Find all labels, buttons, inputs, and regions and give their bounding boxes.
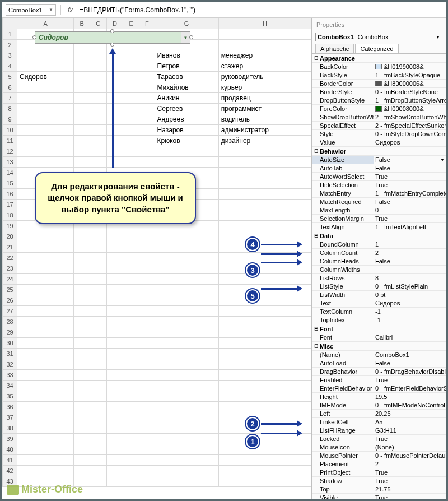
cell[interactable] [139,285,155,295]
col-header[interactable]: H [218,18,311,29]
property-value[interactable]: False [374,164,446,172]
property-row[interactable]: EnterFieldBehavior0 - fmEnterFieldBehavi… [312,384,446,393]
cell[interactable] [218,210,311,221]
cell[interactable] [74,327,90,338]
row-header[interactable]: 35 [3,391,17,402]
cell[interactable] [17,295,74,306]
cell[interactable] [155,349,218,359]
property-row[interactable]: BackColor&H01990008& [312,63,446,71]
cell[interactable] [90,327,106,338]
row-header[interactable]: 21 [3,242,17,253]
cell[interactable] [139,295,155,306]
cell[interactable] [90,434,106,444]
cell[interactable] [74,434,90,444]
cell[interactable] [218,349,311,359]
cell[interactable] [155,157,218,168]
cell[interactable] [139,381,155,391]
cell[interactable] [106,72,123,82]
property-row[interactable]: TextAlign1 - fmTextAlignLeft [312,223,446,231]
cell[interactable] [90,146,106,157]
row-header[interactable]: 3 [3,50,17,61]
cell[interactable] [218,317,311,327]
cell[interactable]: дизайнер [218,136,311,146]
row-header[interactable]: 42 [3,466,17,476]
row-header[interactable]: 4 [3,61,17,72]
cell[interactable] [17,263,74,274]
cell[interactable] [123,263,139,274]
property-row[interactable]: BoundColumn1 [312,240,446,249]
row-header[interactable]: 13 [3,157,17,168]
cell[interactable] [218,295,311,306]
cell[interactable] [17,306,74,317]
cell[interactable] [74,253,90,263]
cell[interactable] [106,444,123,455]
cell[interactable] [17,423,74,434]
cell[interactable] [123,242,139,253]
formula-text[interactable]: =ВНЕДРИТЬ("Forms.ComboBox.1","") [80,6,195,14]
cell[interactable] [139,263,155,274]
cell[interactable] [106,285,123,295]
property-row[interactable]: Height19.5 [312,393,446,401]
property-value[interactable]: &H80000006& [374,80,446,87]
cell[interactable] [74,274,90,285]
row-header[interactable]: 34 [3,381,17,391]
cell[interactable] [106,412,123,423]
cell[interactable] [139,455,155,466]
property-value[interactable]: True [374,215,446,222]
cell[interactable] [218,466,311,476]
property-value[interactable]: Calibri [374,333,446,341]
property-value[interactable]: A5 [374,418,446,426]
cell[interactable] [218,40,311,50]
property-value[interactable]: 2 - fmSpecialEffectSunken [374,122,446,129]
property-value[interactable]: &H01990008& [374,63,446,71]
cell[interactable] [17,61,74,72]
cell[interactable] [139,327,155,338]
cell[interactable] [74,391,90,402]
cell[interactable] [106,466,123,476]
property-row[interactable]: BackStyle1 - fmBackStyleOpaque [312,71,446,80]
cell[interactable]: Назаров [155,125,218,136]
cell[interactable] [139,434,155,444]
cell[interactable]: руководитель [218,72,311,82]
cell[interactable] [123,317,139,327]
cell[interactable] [17,370,74,381]
cell[interactable] [17,317,74,327]
cell[interactable] [90,359,106,370]
cell[interactable]: продавец [218,93,311,104]
row-header[interactable]: 38 [3,423,17,434]
cell[interactable] [74,381,90,391]
cell[interactable] [17,327,74,338]
row-header[interactable]: 37 [3,412,17,423]
cell[interactable] [139,146,155,157]
property-value[interactable]: False [374,257,446,265]
cell[interactable] [123,136,139,146]
cell[interactable] [74,338,90,349]
cell[interactable] [90,231,106,242]
cell[interactable] [74,242,90,253]
cell[interactable] [90,306,106,317]
cell[interactable] [123,444,139,455]
cell[interactable] [17,253,74,263]
cell[interactable] [139,114,155,125]
property-value[interactable]: 0 - fmListStylePlain [374,282,446,290]
cell[interactable] [106,253,123,263]
cell[interactable] [90,136,106,146]
property-row[interactable]: MatchEntry1 - fmMatchEntryComplete [312,189,446,198]
row-header[interactable]: 14 [3,168,17,178]
col-header[interactable]: F [139,18,155,29]
row-header[interactable]: 20 [3,231,17,242]
cell[interactable] [123,412,139,423]
row-header[interactable]: 16 [3,189,17,200]
cell[interactable] [17,434,74,444]
combobox-control[interactable]: Сидоров ▼ [35,31,190,44]
property-row[interactable]: (Name)ComboBox1 [312,351,446,359]
property-row[interactable]: MousePointer0 - fmMousePointerDefault [312,452,446,460]
cell[interactable] [139,231,155,242]
cell[interactable] [139,391,155,402]
cell[interactable] [90,274,106,285]
property-value[interactable]: 0 - fmStyleDropDownCombo [374,130,446,138]
cell[interactable] [17,285,74,295]
cell[interactable]: стажер [218,61,311,72]
property-value[interactable]: 19.5 [374,393,446,401]
cell[interactable] [106,157,123,168]
